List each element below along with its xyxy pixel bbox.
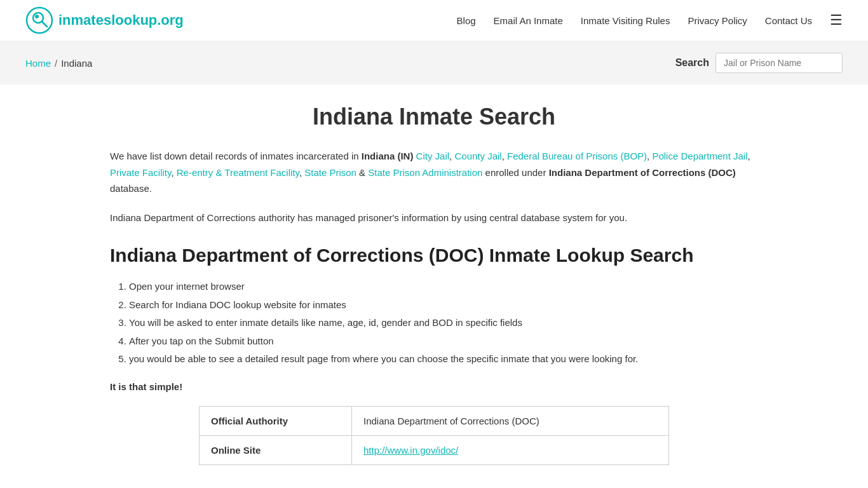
header: inmateslookup.org Blog Email An Inmate I… <box>0 0 868 41</box>
svg-point-0 <box>27 8 52 33</box>
logo-text-part2: lookup.org <box>111 12 184 28</box>
nav-visiting-rules[interactable]: Inmate Visiting Rules <box>581 15 670 26</box>
search-input[interactable] <box>715 53 843 73</box>
svg-point-3 <box>35 15 39 18</box>
step-1: Open your internet browser <box>129 278 758 296</box>
intro-end: database. <box>110 183 152 194</box>
nav-privacy-policy[interactable]: Privacy Policy <box>688 15 747 26</box>
info-table: Official Authority Indiana Department of… <box>199 406 669 465</box>
step-3: You will be asked to enter inmate detail… <box>129 314 758 332</box>
nav-blog[interactable]: Blog <box>457 15 476 26</box>
nav-email-inmate[interactable]: Email An Inmate <box>494 15 563 26</box>
table-row-authority: Official Authority Indiana Department of… <box>200 406 669 435</box>
link-county-jail[interactable]: County Jail <box>454 151 501 161</box>
link-federal-bop[interactable]: Federal Bureau of Prisons (BOP) <box>507 151 647 161</box>
section-title: Indiana Department of Corrections (DOC) … <box>110 245 758 266</box>
step-4: After you tap on the Submit button <box>129 332 758 351</box>
table-row-online-site: Online Site http://www.in.gov/idoc/ <box>200 435 669 464</box>
logo-text[interactable]: inmateslookup.org <box>58 12 184 29</box>
table-cell-site-label: Online Site <box>200 435 352 464</box>
authority-paragraph: Indiana Department of Corrections author… <box>110 210 758 226</box>
steps-list: Open your internet browser Search for In… <box>129 278 758 369</box>
link-state-prison-admin[interactable]: State Prison Administration <box>368 167 482 178</box>
step-2: Search for Indiana DOC lookup website fo… <box>129 296 758 315</box>
breadcrumb: Home / Indiana <box>25 58 92 69</box>
intro-paragraph: We have list down detail records of inma… <box>110 148 758 197</box>
breadcrumb-current: Indiana <box>61 58 92 69</box>
search-area: Search <box>675 53 843 73</box>
logo-text-part1: inmates <box>58 12 111 28</box>
link-private-facility[interactable]: Private Facility <box>110 167 171 178</box>
link-state-prison[interactable]: State Prison <box>304 167 356 178</box>
main-content: Indiana Inmate Search We have list down … <box>85 85 783 488</box>
breadcrumb-home[interactable]: Home <box>25 58 51 69</box>
logo-area[interactable]: inmateslookup.org <box>25 6 184 34</box>
intro-end-bold: Indiana Department of Corrections (DOC) <box>549 167 736 178</box>
intro-bold: Indiana (IN) <box>362 151 414 161</box>
logo-icon <box>25 6 53 34</box>
link-city-jail[interactable]: City Jail <box>416 151 450 161</box>
breadcrumb-separator: / <box>55 58 57 69</box>
page-title: Indiana Inmate Search <box>110 104 758 130</box>
link-reentry-facility[interactable]: Re-entry & Treatment Facility <box>177 167 299 178</box>
nav-contact-us[interactable]: Contact Us <box>765 15 812 26</box>
simple-label: It is that simple! <box>110 381 758 392</box>
svg-line-2 <box>42 22 47 27</box>
main-nav: Blog Email An Inmate Inmate Visiting Rul… <box>457 12 843 29</box>
search-label: Search <box>675 57 709 69</box>
link-police-dept-jail[interactable]: Police Department Jail <box>652 151 747 161</box>
step-5: you would be able to see a detailed resu… <box>129 350 758 369</box>
hamburger-icon[interactable]: ☰ <box>830 12 843 29</box>
intro-text-before: We have list down detail records of inma… <box>110 151 362 161</box>
info-table-wrap: Official Authority Indiana Department of… <box>110 406 758 465</box>
breadcrumb-bar: Home / Indiana Search <box>0 41 868 85</box>
table-cell-authority-value: Indiana Department of Corrections (DOC) <box>352 406 669 435</box>
table-cell-site-value: http://www.in.gov/idoc/ <box>352 435 669 464</box>
table-cell-authority-label: Official Authority <box>200 406 352 435</box>
link-official-site[interactable]: http://www.in.gov/idoc/ <box>363 445 458 456</box>
